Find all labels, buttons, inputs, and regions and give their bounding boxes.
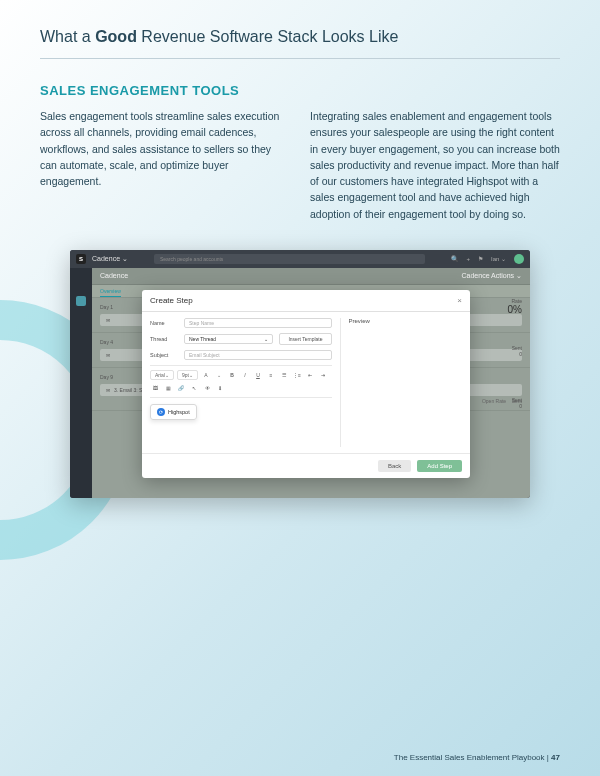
section-heading: SALES ENGAGEMENT TOOLS [40, 83, 560, 98]
preview-label: Preview [349, 318, 462, 324]
user-menu[interactable]: Ian ⌄ [491, 255, 506, 262]
size-select[interactable]: 9pt ⌄ [177, 370, 198, 380]
thread-select[interactable]: New Thread ⌄ [184, 334, 273, 344]
close-icon[interactable]: × [457, 296, 462, 305]
stats-column: Rate 0% Sent 0 Sent 0 [462, 298, 522, 409]
sidebar-home-icon[interactable] [76, 276, 86, 286]
highspot-chip[interactable]: ⟳ Highspot [150, 404, 197, 420]
add-icon[interactable]: + [466, 256, 470, 262]
modal-left: Name Step Name Thread New Thread [150, 318, 332, 447]
page-footer: The Essential Sales Enablement Playbook … [394, 753, 560, 762]
body-columns: Sales engagement tools streamline sales … [40, 108, 560, 222]
name-label: Name [150, 320, 178, 326]
cadence-actions[interactable]: Cadence Actions ⌄ [462, 272, 522, 280]
app-main: Cadence Cadence Actions ⌄ Overview Rate … [92, 268, 530, 498]
sidebar-cadence-icon[interactable] [76, 296, 86, 306]
sidebar-phone-icon[interactable] [76, 376, 86, 386]
cadence-dropdown[interactable]: Cadence ⌄ [92, 255, 128, 263]
search-placeholder: Search people and accounts [160, 256, 223, 262]
app-sidebar [70, 268, 92, 498]
sent-2: Sent 0 [462, 397, 522, 409]
create-step-modal: Create Step × Name Step Name [142, 290, 470, 478]
font-select[interactable]: Arial ⌄ [150, 370, 174, 380]
font-color-icon[interactable]: A [201, 370, 211, 380]
sidebar-chart-icon[interactable] [76, 416, 86, 426]
underline-icon[interactable]: U [253, 370, 263, 380]
title-prefix: What a [40, 28, 95, 45]
tab-overview[interactable]: Overview [100, 288, 121, 297]
app-frame: S Cadence ⌄ Search people and accounts 🔍… [70, 250, 530, 498]
modal-body: Name Step Name Thread New Thread [142, 312, 470, 453]
app-logo: S [76, 254, 86, 264]
thread-label: Thread [150, 336, 178, 342]
modal-header: Create Step × [142, 290, 470, 312]
title-bold: Good [95, 28, 137, 45]
highlight-icon[interactable]: ⌄ [214, 370, 224, 380]
page-number: 47 [551, 753, 560, 762]
subject-label: Subject [150, 352, 178, 358]
email-icon: ✉ [106, 387, 110, 393]
col-right: Integrating sales enablement and engagem… [310, 108, 560, 222]
align-icon[interactable]: ≡ [266, 370, 276, 380]
email-icon: ✉ [106, 352, 110, 358]
sidebar-mail-icon[interactable] [76, 356, 86, 366]
attach-icon[interactable]: ⬇ [215, 383, 225, 393]
title-suffix: Revenue Software Stack Looks Like [137, 28, 398, 45]
list-ol-icon[interactable]: ☰ [279, 370, 289, 380]
subject-input[interactable]: Email Subject [184, 350, 332, 360]
cadence-header: Cadence Cadence Actions ⌄ [92, 268, 530, 285]
sidebar-settings-icon[interactable] [76, 436, 86, 446]
rate-pct: 0% [462, 304, 522, 315]
topbar-right: 🔍 + ⚑ Ian ⌄ [451, 254, 524, 264]
sidebar-rocket-icon[interactable] [76, 396, 86, 406]
search-icon[interactable]: 🔍 [451, 255, 458, 262]
preview-panel: Preview [340, 318, 462, 447]
link-icon[interactable]: 🔗 [176, 383, 186, 393]
modal-title: Create Step [150, 296, 193, 305]
name-input[interactable]: Step Name [184, 318, 332, 328]
list-ul-icon[interactable]: ⋮≡ [292, 370, 302, 380]
page-title: What a Good Revenue Software Stack Looks… [40, 28, 560, 59]
back-button[interactable]: Back [378, 460, 411, 472]
sidebar-user-icon[interactable] [76, 336, 86, 346]
page-content: What a Good Revenue Software Stack Looks… [0, 0, 600, 518]
modal-footer: Back Add Step [142, 453, 470, 478]
view-icon[interactable]: 👁 [202, 383, 212, 393]
app-screenshot: S Cadence ⌄ Search people and accounts 🔍… [40, 250, 560, 498]
image-icon[interactable]: 🖼 [150, 383, 160, 393]
italic-icon[interactable]: I [240, 370, 250, 380]
editor-toolbar: Arial ⌄ 9pt ⌄ A ⌄ B I U ≡ ☰ ⋮≡ [150, 365, 332, 398]
bold-icon[interactable]: B [227, 370, 237, 380]
avatar[interactable] [514, 254, 524, 264]
app-body: Cadence Cadence Actions ⌄ Overview Rate … [70, 268, 530, 498]
search-input[interactable]: Search people and accounts [154, 254, 426, 264]
app-topbar: S Cadence ⌄ Search people and accounts 🔍… [70, 250, 530, 268]
sidebar-people-icon[interactable] [76, 316, 86, 326]
highspot-icon: ⟳ [157, 408, 165, 416]
notify-icon[interactable]: ⚑ [478, 255, 483, 262]
highspot-label: Highspot [168, 409, 190, 415]
cursor-icon[interactable]: ↖ [189, 383, 199, 393]
cadence-name: Cadence [100, 272, 128, 280]
table-icon[interactable]: ▦ [163, 383, 173, 393]
outdent-icon[interactable]: ⇥ [318, 370, 328, 380]
add-step-button[interactable]: Add Step [417, 460, 462, 472]
indent-icon[interactable]: ⇤ [305, 370, 315, 380]
chevron-down-icon: ⌄ [264, 336, 268, 342]
col-left: Sales engagement tools streamline sales … [40, 108, 290, 222]
sent-1: Sent 0 [462, 345, 522, 357]
footer-text: The Essential Sales Enablement Playbook [394, 753, 545, 762]
insert-template-button[interactable]: Insert Template [279, 333, 331, 345]
email-icon: ✉ [106, 317, 110, 323]
